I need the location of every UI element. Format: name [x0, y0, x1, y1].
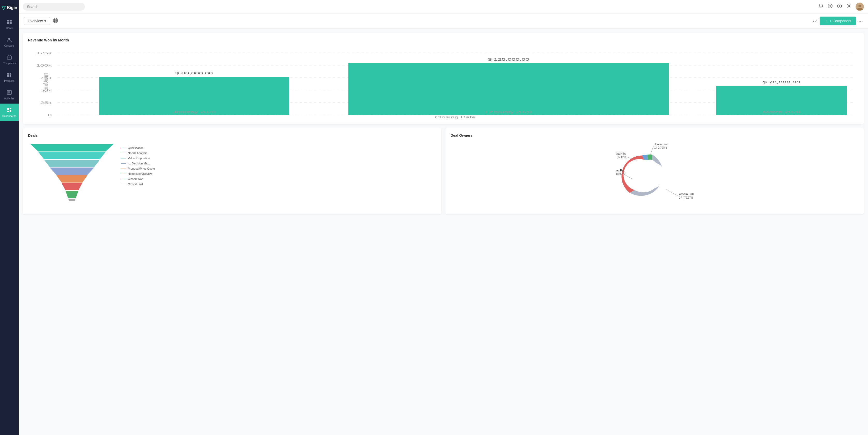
svg-text:$ 70,000.00: $ 70,000.00	[763, 81, 800, 84]
bar-chart-svg: 0 25k 50k 75k 100k 125k 150k	[28, 46, 859, 119]
amelia-value: 27 ( 72.97% )	[679, 196, 693, 199]
main-content: $ Overview ▾	[19, 0, 868, 435]
funnel-stage-4	[50, 168, 94, 175]
funnel-stage-8	[68, 199, 76, 201]
funnel-stage-7	[65, 191, 79, 198]
donut-svg: Amelia Burrows 27 ( 72.97% ) Raghav Rao …	[616, 142, 693, 209]
funnel-label-1: Qualification	[128, 146, 144, 149]
funnel-label-5: Proposal/Price Quote	[128, 167, 155, 170]
funnel-label-6: Negotiation/Review	[128, 172, 152, 175]
funnel-legend-line-6	[121, 174, 126, 174]
funnel-legend-item-5: Proposal/Price Quote	[121, 167, 155, 170]
search-input[interactable]	[23, 3, 85, 10]
deals-icon	[6, 19, 12, 26]
toolbar-right: ＋ + Component ···	[812, 17, 863, 25]
revenue-chart-card: Revenue Won by Month 0 25k 50k 75k 100k …	[23, 33, 864, 124]
overview-dropdown[interactable]: Overview ▾	[24, 17, 50, 25]
funnel-stage-5	[56, 175, 88, 182]
deal-owners-title: Deal Owners	[451, 133, 859, 138]
svg-text:$ 125,000.00: $ 125,000.00	[488, 58, 529, 61]
dashboards-icon	[6, 107, 12, 114]
funnel-legend-line-3	[121, 158, 126, 158]
sidebar-item-dashboards[interactable]: Dashboards	[0, 104, 19, 121]
revenue-chart-title: Revenue Won by Month	[28, 38, 859, 42]
activities-label: Activities	[4, 97, 14, 100]
joane-value: 1 ( 2.70% )	[654, 146, 667, 149]
deals-label: Deals	[6, 27, 13, 30]
more-options-button[interactable]: ···	[859, 18, 863, 24]
avatar[interactable]	[856, 3, 864, 11]
funnel-legend: Qualification Needs Analysis Value Propo…	[121, 144, 155, 186]
funnel-legend-line-2	[121, 153, 126, 153]
svg-text:25k: 25k	[40, 101, 52, 104]
funnel-stage-6	[62, 183, 82, 190]
joane-line	[650, 146, 653, 155]
currency-icon[interactable]: $	[828, 3, 833, 10]
deals-chart-title: Deals	[28, 133, 436, 138]
amelia-label: Amelia Burrows	[679, 193, 693, 196]
app-logo[interactable]: ▽ Bigin	[0, 0, 19, 16]
funnel-legend-line-5	[121, 169, 126, 169]
globe-icon[interactable]	[53, 18, 58, 24]
funnel-stage-1	[31, 144, 113, 151]
sidebar-item-activities[interactable]: Activities	[0, 86, 19, 104]
svg-point-4	[8, 38, 10, 40]
svg-point-27	[859, 5, 861, 7]
funnel-stage-2	[38, 152, 105, 159]
svg-text:Sum of Amount: Sum of Amount	[42, 73, 50, 92]
sidebar-item-contacts[interactable]: Contacts	[0, 33, 19, 51]
products-icon	[6, 72, 12, 79]
funnel-legend-item-4: Id. Decision Ma...	[121, 162, 155, 165]
svg-text:0: 0	[48, 113, 52, 117]
martha-label: Martha Hills	[616, 152, 626, 155]
component-plus: ＋	[824, 19, 828, 23]
bar-feb	[348, 63, 669, 115]
funnel-legend-item-8: Closed Lost	[121, 182, 155, 186]
svg-text:$ 80,000.00: $ 80,000.00	[175, 71, 213, 75]
component-label: + Component	[830, 19, 851, 23]
raghav-label: Raghav Rao	[616, 169, 625, 172]
svg-rect-0	[7, 20, 9, 22]
svg-rect-16	[7, 108, 9, 110]
logo-icon: ▽	[2, 5, 5, 11]
svg-rect-11	[9, 75, 11, 77]
svg-rect-18	[7, 111, 9, 112]
header: $	[19, 0, 868, 13]
raghav-value: 7 ( 18.92% )	[616, 172, 626, 175]
svg-rect-2	[7, 22, 9, 24]
add-icon[interactable]	[837, 3, 842, 10]
overview-label: Overview	[28, 19, 43, 23]
charts-wrapper: Revenue Won by Month 0 25k 50k 75k 100k …	[19, 29, 868, 218]
bottom-row: Deals	[23, 128, 864, 214]
refresh-icon[interactable]	[812, 18, 817, 24]
products-label: Products	[4, 80, 14, 82]
donut-container: Amelia Burrows 27 ( 72.97% ) Raghav Rao …	[451, 142, 859, 209]
settings-icon[interactable]	[846, 3, 851, 10]
add-component-button[interactable]: ＋ + Component	[819, 17, 856, 25]
funnel-label-3: Value Proposition	[128, 157, 150, 160]
sidebar-item-deals[interactable]: Deals	[0, 16, 19, 33]
companies-label: Companies	[3, 62, 16, 65]
notifications-icon[interactable]	[818, 3, 824, 10]
svg-rect-19	[9, 110, 11, 112]
svg-text:March 2020: March 2020	[763, 110, 800, 114]
sidebar-item-companies[interactable]: Companies	[0, 51, 19, 68]
funnel-legend-item-2: Needs Analysis	[121, 151, 155, 154]
funnel-legend-item-6: Negotiation/Review	[121, 172, 155, 175]
martha-value: 2 ( 5.41% )	[616, 155, 627, 158]
funnel-legend-item-1: Qualification	[121, 146, 155, 149]
funnel-legend-line-1	[121, 148, 126, 148]
dropdown-arrow: ▾	[44, 19, 46, 23]
app-name: Bigin	[7, 5, 17, 10]
joane-label: Joane Lee	[654, 143, 668, 146]
svg-text:$: $	[830, 5, 831, 8]
funnel-svg	[28, 144, 116, 201]
svg-text:Januray 2020: Januray 2020	[173, 110, 216, 114]
sidebar-item-products[interactable]: Products	[0, 68, 19, 86]
svg-rect-5	[7, 56, 11, 59]
svg-rect-1	[9, 20, 12, 22]
activities-icon	[6, 90, 12, 96]
svg-point-25	[848, 5, 849, 7]
bar-chart-area: 0 25k 50k 75k 100k 125k 150k	[28, 46, 859, 119]
funnel-legend-item-7: Closed Won	[121, 177, 155, 180]
